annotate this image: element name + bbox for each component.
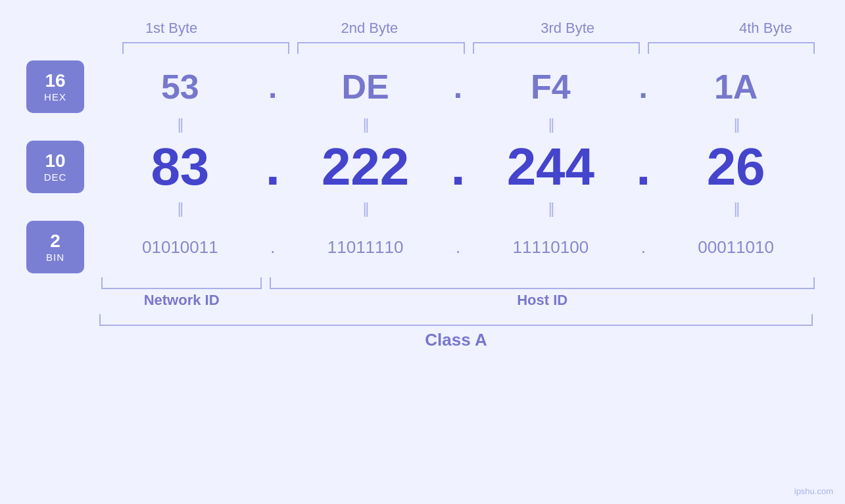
hex-dot1: . xyxy=(263,69,283,105)
bin-byte1: 01010011 xyxy=(97,237,263,258)
bin-base-label: BIN xyxy=(46,252,64,263)
dec-base-label: DEC xyxy=(44,172,67,183)
bracket-byte1 xyxy=(122,42,289,54)
equals-row-1: ‖ ‖ ‖ ‖ xyxy=(97,113,819,137)
dec-dot1: . xyxy=(263,137,283,197)
class-bracket xyxy=(99,314,813,326)
hex-dot2: . xyxy=(448,69,468,105)
bracket-byte4 xyxy=(648,42,815,54)
dec-byte4: 26 xyxy=(653,137,819,197)
eq-sign-7: ‖ xyxy=(548,200,554,218)
bin-byte2: 11011110 xyxy=(283,237,448,258)
main-container: 1st Byte 2nd Byte 3rd Byte 4th Byte 16 H… xyxy=(0,0,845,504)
dec-row: 10 DEC 83 . 222 . 244 . 26 xyxy=(26,137,819,197)
bin-dot3: . xyxy=(633,237,653,258)
hex-dot3: . xyxy=(633,69,653,105)
bin-row: 2 BIN 01010011 . 11011110 . 11110100 . 0… xyxy=(26,221,819,273)
hex-byte1: 53 xyxy=(97,67,263,106)
dec-dot3: . xyxy=(633,137,653,197)
bin-dot1: . xyxy=(263,237,283,258)
dec-values: 83 . 222 . 244 . 26 xyxy=(97,137,819,197)
host-id-label: Host ID xyxy=(266,292,819,309)
eq5: ‖ xyxy=(97,200,263,218)
byte3-header: 3rd Byte xyxy=(469,20,667,42)
eq6: ‖ xyxy=(283,200,448,218)
eq-sign-2: ‖ xyxy=(362,116,368,133)
eq-sign-6: ‖ xyxy=(362,200,368,218)
top-bracket-row xyxy=(118,42,819,54)
dec-byte1: 83 xyxy=(97,137,263,197)
eq-sign-1: ‖ xyxy=(177,116,183,133)
bin-byte4: 00011010 xyxy=(653,237,819,258)
hex-byte3: F4 xyxy=(468,67,634,106)
hex-base-num: 16 xyxy=(45,71,65,91)
eq2: ‖ xyxy=(283,116,448,133)
hex-byte4: 1A xyxy=(653,67,819,106)
dec-byte3: 244 xyxy=(468,137,634,197)
hex-badge: 16 HEX xyxy=(26,60,84,113)
equals-row-2: ‖ ‖ ‖ ‖ xyxy=(97,197,819,221)
eq4: ‖ xyxy=(653,116,819,133)
bin-byte3: 11110100 xyxy=(468,237,634,258)
hex-byte2: DE xyxy=(283,67,448,106)
eq-sign-4: ‖ xyxy=(733,116,739,133)
eq-sign-3: ‖ xyxy=(548,116,554,133)
bracket-byte2 xyxy=(297,42,464,54)
watermark: ipshu.com xyxy=(794,486,833,496)
eq3: ‖ xyxy=(468,116,634,133)
bin-dot2: . xyxy=(448,237,468,258)
hex-base-label: HEX xyxy=(44,91,66,103)
dec-dot2: . xyxy=(448,137,468,197)
bottom-brackets xyxy=(97,277,819,289)
dec-base-num: 10 xyxy=(45,151,65,172)
byte1-header: 1st Byte xyxy=(72,20,270,42)
eq-sign-5: ‖ xyxy=(177,200,183,218)
network-id-bracket xyxy=(101,277,262,289)
dec-badge: 10 DEC xyxy=(26,141,84,193)
hex-values: 53 . DE . F4 . 1A xyxy=(97,67,819,106)
bin-badge: 2 BIN xyxy=(26,221,84,273)
eq-sign-8: ‖ xyxy=(733,200,739,218)
host-id-bracket xyxy=(270,277,815,289)
byte2-header: 2nd Byte xyxy=(270,20,468,42)
eq7: ‖ xyxy=(468,200,634,218)
class-bracket-container: Class A xyxy=(95,314,817,350)
network-id-label: Network ID xyxy=(101,292,262,309)
class-label: Class A xyxy=(95,330,817,350)
bin-values: 01010011 . 11011110 . 11110100 . 0001101… xyxy=(97,237,819,258)
dec-byte2: 222 xyxy=(283,137,448,197)
eq1: ‖ xyxy=(97,116,263,133)
eq8: ‖ xyxy=(653,200,819,218)
byte-headers: 1st Byte 2nd Byte 3rd Byte 4th Byte xyxy=(72,20,845,42)
id-labels-row: Network ID Host ID xyxy=(97,292,819,309)
hex-row: 16 HEX 53 . DE . F4 . 1A xyxy=(26,60,819,113)
byte4-header: 4th Byte xyxy=(667,20,845,42)
bracket-byte3 xyxy=(473,42,640,54)
bin-base-num: 2 xyxy=(50,231,60,252)
